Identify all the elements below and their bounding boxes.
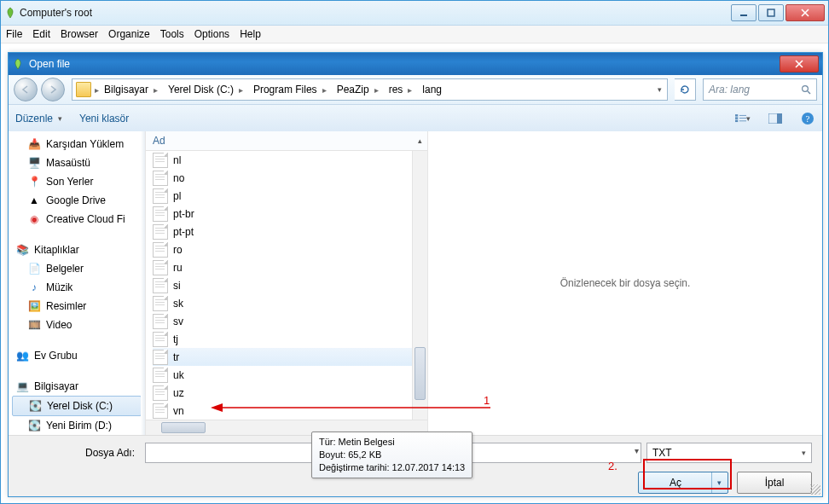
menu-file[interactable]: File [6,28,22,40]
sidebar-item-pictures[interactable]: 🖼️Resimler [9,297,145,316]
breadcrumb-bar[interactable]: ▸ Bilgisayar▸ Yerel Disk (C:)▸ Program F… [72,78,668,101]
sidebar-libraries[interactable]: 📚Kitaplıklar [9,240,145,259]
view-mode-button[interactable]: ▾ [735,111,751,126]
help-button[interactable]: ? [800,111,815,126]
minimize-button[interactable] [731,4,757,21]
menu-browser[interactable]: Browser [61,28,98,40]
refresh-button[interactable] [675,78,696,101]
pictures-icon: 🖼️ [27,299,41,313]
sidebar-item-cc[interactable]: ◉Creative Cloud Fi [9,210,145,229]
preview-pane: Önizlenecek bir dosya seçin. [427,131,822,435]
nav-back-button[interactable] [14,78,38,101]
text-file-icon [153,368,168,383]
file-name: vn [173,405,184,417]
sidebar-item-videos[interactable]: 🎞️Video [9,316,145,334]
documents-icon: 📄 [27,262,41,275]
breadcrumb-seg[interactable]: Yerel Disk (C:)▸ [163,79,248,100]
sidebar-item-drive-c[interactable]: 💽Yerel Disk (C:) [12,396,142,416]
menu-organize[interactable]: Organize [108,28,150,40]
menu-tools[interactable]: Tools [160,28,184,40]
vertical-scrollbar[interactable] [412,151,427,420]
dialog-titlebar[interactable]: Open file [9,53,822,75]
resize-grip[interactable] [810,484,820,495]
file-row[interactable]: ro [153,240,412,258]
file-name: pt-pt [173,226,194,238]
file-row[interactable]: sk [153,294,412,312]
search-input[interactable]: Ara: lang [703,78,817,101]
file-row[interactable]: no [153,169,412,187]
toolbar: Düzenle ▾ Yeni klasör ▾ ? [9,105,822,133]
svg-rect-9 [739,120,746,121]
sidebar-item-gdrive[interactable]: ▲Google Drive [9,191,145,210]
open-button[interactable]: Aç▾ [638,472,728,494]
sidebar-item-drive-d[interactable]: 💽Yeni Birim (D:) [9,416,145,435]
column-name[interactable]: Ad [153,135,418,147]
music-icon: ♪ [27,281,41,294]
filename-dropdown-icon[interactable]: ▾ [635,446,639,455]
nav-forward-button[interactable] [41,78,65,101]
file-name: si [173,280,181,292]
breadcrumb-seg[interactable]: Program Files▸ [248,79,332,100]
menu-help[interactable]: Help [240,28,261,40]
file-row[interactable]: si [153,276,412,294]
file-name: tj [173,333,178,345]
file-row[interactable]: tr [153,348,412,366]
sidebar-item-downloads[interactable]: 📥Karşıdan Yüklem [9,135,145,154]
menu-edit[interactable]: Edit [32,28,50,40]
svg-rect-8 [739,118,746,119]
file-row[interactable]: vn [153,402,412,420]
file-name: sv [173,316,183,327]
open-dropdown-icon[interactable]: ▾ [711,472,726,493]
dialog-title: Open file [29,58,780,70]
breadcrumb-seg[interactable]: Bilgisayar▸ [99,79,163,100]
sidebar-item-recent[interactable]: 📍Son Yerler [9,172,145,191]
file-rows: nlnoplpt-brpt-ptrorusisksvtjtrukuzvn [146,151,412,420]
sidebar-item-documents[interactable]: 📄Belgeler [9,259,145,278]
file-row[interactable]: ru [153,258,412,276]
preview-pane-button[interactable] [768,111,783,126]
file-row[interactable]: pt-pt [153,223,412,240]
text-file-icon [153,314,168,329]
sidebar-item-desktop[interactable]: 🖥️Masaüstü [9,154,145,172]
sidebar: 📥Karşıdan Yüklem 🖥️Masaüstü 📍Son Yerler … [9,131,146,435]
window-title: Computer's root [20,7,731,19]
file-row[interactable]: nl [153,151,412,169]
sidebar-computer[interactable]: 💻Bilgisayar [9,377,145,396]
organize-menu[interactable]: Düzenle ▾ [15,113,62,125]
file-name: tr [173,351,179,363]
file-row[interactable]: uz [153,384,412,402]
libraries-icon: 📚 [15,243,29,257]
new-folder-button[interactable]: Yeni klasör [79,113,129,125]
breadcrumb-seg[interactable]: PeaZip▸ [332,79,384,100]
menu-options[interactable]: Options [194,28,229,40]
file-row[interactable]: tj [153,330,412,348]
cancel-button[interactable]: İptal [737,472,812,494]
dialog-app-icon [12,58,24,70]
file-name: ru [173,262,183,274]
file-name: sk [173,298,183,310]
open-file-dialog: Open file ▸ Bilgisayar▸ Yerel Disk (C:)▸… [8,52,823,497]
file-list-header[interactable]: Ad ▴ [146,131,427,151]
maximize-button[interactable] [758,4,784,21]
outer-titlebar[interactable]: Computer's root [1,1,828,26]
breadcrumb-seg[interactable]: res▸ [384,79,418,100]
sidebar-homegroup[interactable]: 👥Ev Grubu [9,346,145,365]
file-name: uk [173,369,184,381]
folder-icon [76,82,91,97]
text-file-icon [153,171,168,186]
filetype-select[interactable]: TXT▾ [646,443,812,463]
file-row[interactable]: pl [153,187,412,205]
close-button[interactable] [786,4,825,21]
search-icon [801,84,811,95]
file-row[interactable]: pt-br [153,205,412,223]
dialog-close-button[interactable] [780,55,819,72]
file-row[interactable]: uk [153,366,412,384]
text-file-icon [153,278,168,293]
sidebar-splitter[interactable] [141,131,145,435]
breadcrumb-dropdown-icon[interactable]: ▾ [658,85,662,94]
file-row[interactable]: sv [153,312,412,330]
sidebar-item-music[interactable]: ♪Müzik [9,278,145,297]
text-file-icon [153,403,168,419]
dialog-body: 📥Karşıdan Yüklem 🖥️Masaüstü 📍Son Yerler … [9,131,822,435]
breadcrumb-seg[interactable]: lang [417,79,447,100]
